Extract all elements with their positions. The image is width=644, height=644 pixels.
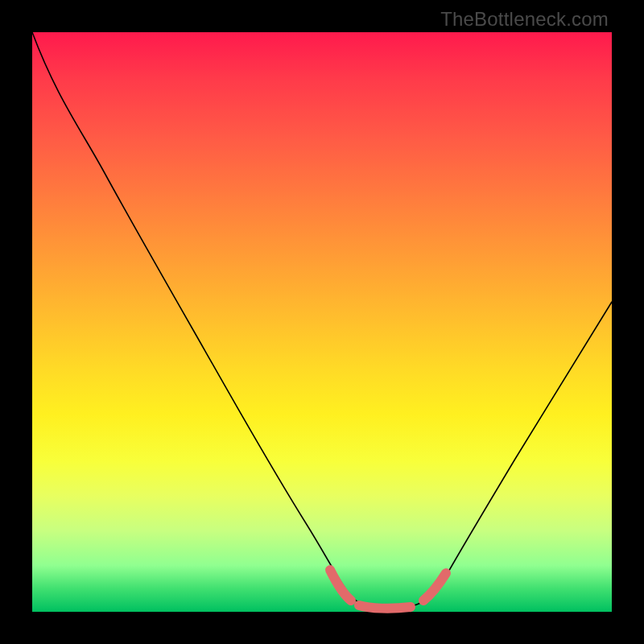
highlight-segment-right	[423, 573, 446, 601]
chart-frame: TheBottleneck.com	[0, 0, 644, 644]
highlight-segment-bottom	[359, 605, 411, 609]
chart-curve-svg	[32, 32, 612, 612]
chart-plot-area	[32, 32, 612, 612]
highlight-segment-left	[330, 570, 351, 601]
watermark-text: TheBottleneck.com	[440, 8, 609, 31]
bottleneck-curve	[32, 32, 612, 609]
